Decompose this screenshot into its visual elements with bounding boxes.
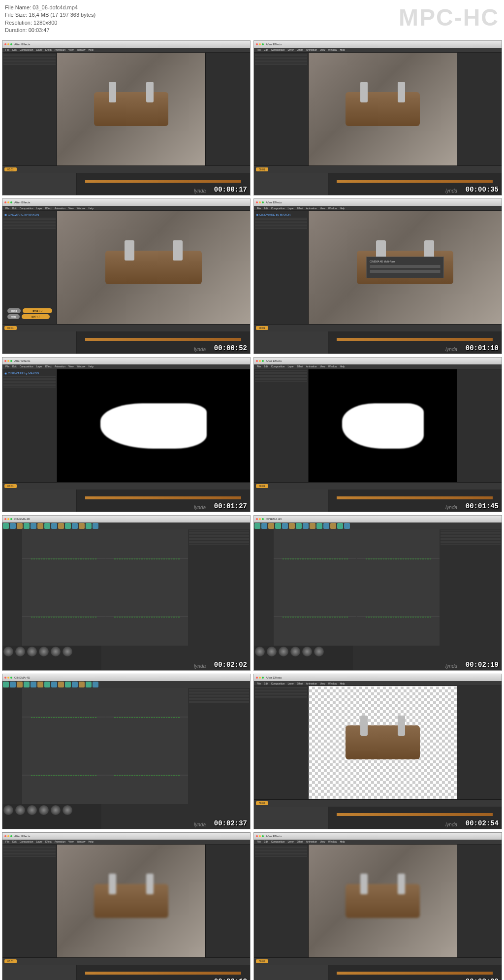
- toolbar-button[interactable]: [3, 682, 9, 687]
- minimize-icon[interactable]: [7, 201, 9, 203]
- toolbar-button[interactable]: [344, 523, 350, 529]
- toolbar-button[interactable]: [10, 682, 16, 687]
- menu-item[interactable]: Animation: [306, 207, 317, 210]
- panel-row[interactable]: [255, 55, 307, 56]
- maximize-icon[interactable]: [262, 518, 264, 520]
- timeline-panel[interactable]: 00:01: [254, 482, 502, 512]
- menu-bar[interactable]: FileEditCompositionLayerEffectAnimationV…: [2, 48, 250, 53]
- panel-row[interactable]: [255, 847, 307, 848]
- panel-row[interactable]: [255, 61, 307, 62]
- panel-row[interactable]: [3, 64, 56, 65]
- timeline-panel[interactable]: 00:01: [2, 324, 250, 354]
- menu-item[interactable]: Effect: [297, 682, 303, 685]
- object-row[interactable]: [441, 542, 501, 543]
- toolbar-button[interactable]: [17, 682, 23, 687]
- right-view[interactable]: [105, 775, 188, 776]
- tool-palette[interactable]: [254, 529, 274, 646]
- panel-row[interactable]: [255, 370, 307, 371]
- toolbar-button[interactable]: [86, 523, 92, 529]
- panel-row[interactable]: [3, 57, 56, 58]
- menu-item[interactable]: Composition: [20, 365, 33, 368]
- menu-item[interactable]: Effect: [45, 48, 52, 51]
- object-row[interactable]: [189, 696, 249, 697]
- layer-list[interactable]: [254, 807, 328, 829]
- panel-row[interactable]: [3, 376, 56, 377]
- panel-row[interactable]: [3, 856, 56, 857]
- multipass-dialog[interactable]: CINEMA 4D Multi-Pass: [366, 257, 443, 278]
- object-row[interactable]: [189, 539, 249, 540]
- panel-row[interactable]: [255, 691, 307, 692]
- timeline-panel[interactable]: 00:01: [2, 165, 250, 195]
- panel-row[interactable]: [255, 379, 307, 380]
- object-row[interactable]: [189, 532, 249, 533]
- tool-palette[interactable]: [2, 529, 22, 646]
- toolbar-button[interactable]: [254, 523, 260, 529]
- panel-row[interactable]: [255, 227, 307, 228]
- video-thumbnail[interactable]: After Effects FileEditCompositionLayerEf…: [253, 198, 502, 354]
- toolbar-button[interactable]: [296, 523, 302, 529]
- panel-row[interactable]: [255, 372, 307, 373]
- panel-row[interactable]: [3, 853, 56, 854]
- menu-item[interactable]: Window: [77, 840, 86, 843]
- panel-row[interactable]: [3, 60, 56, 61]
- menu-item[interactable]: Effect: [297, 48, 303, 51]
- layer-list[interactable]: [2, 490, 77, 512]
- menu-item[interactable]: Layer: [36, 365, 42, 368]
- panel-row[interactable]: [255, 57, 307, 58]
- timeline-panel[interactable]: 00:01: [2, 957, 250, 980]
- material-swatch[interactable]: [39, 647, 49, 656]
- menu-item[interactable]: Help: [88, 207, 93, 210]
- layer-list[interactable]: [2, 965, 77, 980]
- panel-row[interactable]: [255, 381, 307, 382]
- panel-row[interactable]: [3, 225, 56, 226]
- menu-item[interactable]: Animation: [55, 207, 65, 210]
- menu-item[interactable]: Composition: [271, 840, 285, 843]
- toolbar-button[interactable]: [282, 523, 288, 529]
- toolbar-button[interactable]: [24, 523, 30, 529]
- menu-item[interactable]: Window: [328, 207, 337, 210]
- panel-row[interactable]: [3, 55, 56, 56]
- object-row[interactable]: [441, 536, 501, 537]
- toolbar-button[interactable]: [37, 682, 43, 687]
- menu-item[interactable]: File: [5, 840, 9, 843]
- menu-item[interactable]: Composition: [271, 48, 285, 51]
- panel-row[interactable]: [3, 851, 56, 852]
- close-icon[interactable]: [4, 201, 6, 203]
- menu-bar[interactable]: FileEditCompositionLayerEffectAnimationV…: [254, 48, 502, 53]
- menu-item[interactable]: Edit: [264, 682, 268, 685]
- material-swatch[interactable]: [267, 647, 277, 656]
- material-swatch[interactable]: [3, 805, 13, 815]
- menu-item[interactable]: File: [257, 840, 261, 843]
- maximize-icon[interactable]: [10, 201, 12, 203]
- object-row[interactable]: [189, 538, 249, 539]
- toolbar-button[interactable]: [330, 523, 336, 529]
- maximize-icon[interactable]: [10, 835, 12, 837]
- maximize-icon[interactable]: [10, 43, 12, 45]
- info-panel[interactable]: [457, 369, 502, 483]
- panel-row[interactable]: [255, 687, 307, 688]
- menu-item[interactable]: Animation: [306, 840, 317, 843]
- menu-item[interactable]: View: [68, 365, 74, 368]
- menu-item[interactable]: View: [320, 207, 325, 210]
- layer-list[interactable]: [254, 490, 328, 512]
- menu-item[interactable]: Effect: [45, 207, 52, 210]
- object-row[interactable]: [189, 541, 249, 542]
- info-panel[interactable]: [205, 845, 250, 958]
- work-area-bar[interactable]: [337, 496, 493, 499]
- panel-row[interactable]: [255, 225, 307, 226]
- menu-item[interactable]: File: [5, 207, 9, 210]
- panel-row[interactable]: [3, 378, 56, 379]
- menu-item[interactable]: Layer: [36, 48, 42, 51]
- close-icon[interactable]: [256, 518, 258, 520]
- composition-viewer[interactable]: [57, 369, 250, 483]
- c4d-viewport[interactable]: [22, 688, 188, 804]
- menu-item[interactable]: File: [257, 682, 261, 685]
- menu-item[interactable]: Effect: [45, 365, 52, 368]
- work-area-bar[interactable]: [85, 496, 241, 499]
- close-icon[interactable]: [256, 677, 258, 679]
- menu-item[interactable]: Help: [88, 840, 93, 843]
- material-swatch[interactable]: [63, 805, 72, 815]
- panel-row[interactable]: [3, 385, 56, 386]
- toolbar-button[interactable]: [79, 682, 85, 687]
- work-area-bar[interactable]: [85, 180, 241, 183]
